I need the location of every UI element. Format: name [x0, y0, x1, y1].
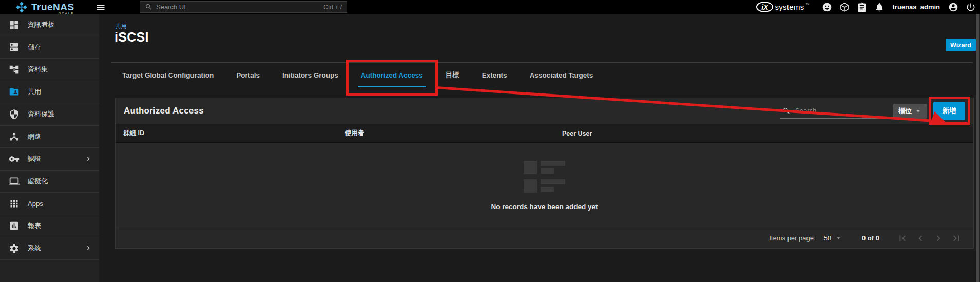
storage-icon — [9, 42, 20, 52]
items-per-page-label: Items per page: — [769, 234, 815, 242]
empty-message: No records have been added yet — [491, 203, 598, 211]
topbar-right: iX systems ™ truenas_admin — [756, 0, 976, 14]
empty-list-icon — [524, 161, 565, 193]
brand-title: TrueNAS SCALE — [31, 2, 74, 12]
ix-text: systems — [775, 3, 804, 11]
global-search: Ctrl + / — [140, 1, 347, 13]
next-page-icon[interactable] — [933, 233, 944, 244]
alerts-bell-icon[interactable] — [874, 2, 885, 12]
username-label: truenas_admin — [893, 3, 940, 11]
reports-icon — [9, 220, 20, 231]
authorized-access-card: Authorized Access 欄位 新增 群組 ID使用者Peer Use… — [115, 98, 974, 249]
search-icon — [145, 3, 152, 11]
card-header: Authorized Access 欄位 新增 — [116, 98, 973, 124]
sidebar-item-virtualization[interactable]: 虛擬化 — [0, 171, 99, 193]
tab-[interactable]: 目標 — [434, 63, 471, 87]
columns-button[interactable]: 欄位 — [893, 104, 927, 119]
sidebar-item-reports[interactable]: 報表 — [0, 215, 99, 238]
first-page-icon[interactable] — [897, 233, 908, 244]
tab-extents[interactable]: Extents — [471, 63, 518, 87]
breadcrumb[interactable]: 共用 — [115, 23, 127, 30]
add-button[interactable]: 新增 — [933, 102, 965, 120]
paginator: Items per page: 50 0 of 0 — [116, 228, 973, 248]
section-title: Authorized Access — [124, 106, 204, 116]
search-shortcut-hint: Ctrl + / — [323, 4, 342, 11]
sidebar-item-dashboard[interactable]: 資訊看板 — [0, 14, 99, 36]
table-search-input[interactable] — [795, 107, 886, 115]
page-range-label: 0 of 0 — [862, 234, 879, 242]
column-header[interactable]: Peer User — [554, 130, 973, 137]
sidebar-item-system[interactable]: 系統 — [0, 237, 99, 260]
menu-icon[interactable] — [95, 2, 106, 12]
scrollbar-thumb[interactable] — [976, 14, 979, 282]
tab-initiators-groups[interactable]: Initiators Groups — [271, 63, 350, 87]
table-search — [780, 103, 887, 119]
tab-associated-targets[interactable]: Associated Targets — [518, 63, 605, 87]
pagination-controls — [897, 233, 962, 244]
ix-trademark: ™ — [806, 3, 810, 6]
tab-target-global-configuration[interactable]: Target Global Configuration — [111, 63, 225, 87]
sidebar-item-credentials[interactable]: 認證 — [0, 148, 99, 171]
sidebar-item-apps[interactable]: Apps — [0, 193, 99, 215]
chevron-right-icon — [84, 244, 92, 252]
topbar: TrueNAS SCALE Ctrl + / iX systems ™ true… — [0, 0, 980, 14]
sidebar: 資訊看板 儲存 資料集 共用 資料保護 網路 認證 — [0, 14, 99, 282]
tab-bar: Target Global ConfigurationPortalsInitia… — [111, 62, 973, 87]
jobs-clipboard-icon[interactable] — [857, 2, 867, 12]
sidebar-item-data-protection[interactable]: 資料保護 — [0, 103, 99, 126]
chevron-down-icon — [835, 234, 842, 242]
truenas-diamond-icon — [15, 1, 28, 13]
power-icon[interactable] — [966, 2, 976, 12]
apps-icon — [9, 198, 20, 209]
search-icon — [782, 107, 791, 115]
previous-page-icon[interactable] — [915, 233, 926, 244]
tab-authorized-access[interactable]: Authorized Access — [350, 63, 434, 87]
chevron-right-icon — [84, 155, 92, 163]
column-header[interactable]: 群組 ID — [116, 129, 337, 138]
network-icon — [9, 131, 20, 142]
sidebar-item-shares[interactable]: 共用 — [0, 81, 99, 104]
ix-mark: iX — [756, 2, 773, 12]
column-header[interactable]: 使用者 — [337, 129, 554, 138]
data-protection-icon — [9, 109, 20, 120]
table-header-row: 群組 ID使用者Peer User — [116, 124, 973, 143]
datasets-icon — [9, 64, 20, 75]
wizard-button[interactable]: Wizard — [946, 39, 976, 51]
sidebar-item-storage[interactable]: 儲存 — [0, 36, 99, 59]
system-icon — [9, 243, 20, 254]
last-page-icon[interactable] — [951, 233, 962, 244]
main-content: 共用 iSCSI Wizard Target Global Configurat… — [99, 14, 980, 282]
sidebar-item-datasets[interactable]: 資料集 — [0, 59, 99, 81]
feedback-smiley-icon[interactable] — [822, 2, 832, 12]
account-avatar-icon[interactable] — [948, 2, 958, 12]
ixsystems-logo[interactable]: iX systems ™ — [756, 2, 809, 12]
brand-subtitle: SCALE — [59, 12, 74, 15]
page-title: iSCSI — [114, 30, 149, 45]
empty-state: No records have been added yet — [116, 145, 973, 226]
virtualization-icon — [9, 176, 20, 186]
items-per-page-select[interactable]: 50 — [824, 234, 842, 242]
shares-icon — [9, 86, 20, 97]
global-search-input[interactable] — [156, 3, 320, 11]
truecommand-icon[interactable] — [839, 2, 850, 12]
card-toolbar: 欄位 新增 — [780, 102, 965, 120]
dashboard-icon — [9, 20, 20, 30]
credentials-icon — [9, 154, 20, 164]
sidebar-item-network[interactable]: 網路 — [0, 126, 99, 148]
page-scrollbar[interactable] — [976, 14, 980, 282]
tab-portals[interactable]: Portals — [225, 63, 271, 87]
truenas-logo[interactable]: TrueNAS SCALE — [15, 0, 74, 14]
chevron-down-icon — [914, 107, 922, 115]
